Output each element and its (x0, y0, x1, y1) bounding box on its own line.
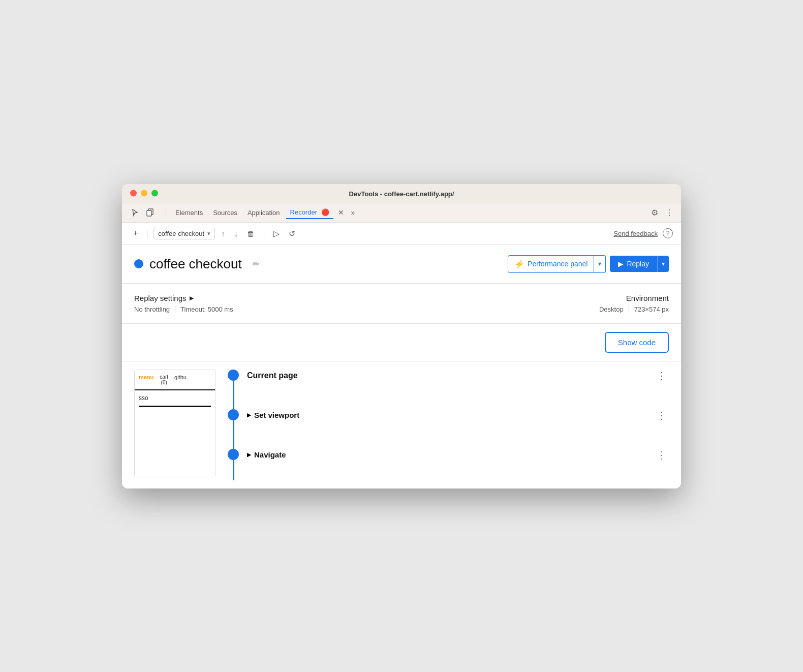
step-navigate-title: Navigate (254, 450, 286, 459)
environment-details: Desktop 723×574 px (402, 306, 669, 313)
edit-title-button[interactable]: ✏ (250, 258, 262, 270)
toolbar-right-group: Send feedback ? (613, 228, 673, 238)
step-2-more-button[interactable]: ⋮ (654, 409, 669, 421)
delete-button[interactable]: 🗑 (244, 227, 258, 240)
steps-timeline: Current page ⋮ ▶ Set viewport (228, 370, 669, 480)
header-actions: ⚡ Performance panel ▾ ▶ Replay ▾ (508, 255, 669, 273)
dropdown-chevron-icon: ▾ (207, 230, 210, 237)
step-2-dot (228, 409, 239, 420)
cursor-icon-button[interactable] (128, 207, 141, 218)
step-3-content: ▶ Navigate ⋮ (247, 449, 669, 461)
import-button[interactable]: ↓ (231, 227, 241, 240)
copy-icon-button[interactable] (143, 207, 157, 218)
step-current-page-row: Current page ⋮ (228, 370, 669, 409)
upload-icon: ↑ (221, 229, 225, 238)
copy-icon (146, 208, 154, 217)
replay-anim-icon: ↺ (289, 229, 295, 238)
replay-anim-button[interactable]: ↺ (286, 227, 298, 240)
tab-recorder[interactable]: Recorder 🔴 (286, 206, 333, 219)
performance-icon: ⚡ (514, 259, 524, 269)
settings-details: No throttling Timeout: 5000 ms (134, 306, 402, 313)
replay-dropdown-button[interactable]: ▾ (657, 256, 669, 272)
preview-content-area: sso (135, 390, 215, 441)
replay-settings-toggle[interactable]: Replay settings ▶ (134, 294, 402, 302)
more-tabs-button[interactable]: » (349, 207, 358, 218)
step-set-viewport-row: ▶ Set viewport ⋮ (228, 409, 669, 449)
devtools-window: DevTools - coffee-cart.netlify.app/ Elem… (122, 184, 681, 488)
preview-esso-text: sso (139, 394, 211, 402)
main-content: coffee checkout ✏ ⚡ Performance panel ▾ … (122, 245, 681, 488)
nav-toolbar: Elements Sources Application Recorder 🔴 … (122, 203, 681, 223)
download-icon: ↓ (234, 229, 238, 238)
more-options-button[interactable]: ⋮ (664, 206, 675, 219)
help-icon-button[interactable]: ? (663, 228, 673, 238)
step-set-viewport-title: Set viewport (254, 411, 299, 419)
recorder-icon: 🔴 (321, 208, 329, 216)
recording-name: coffee checkout (158, 230, 204, 237)
export-button[interactable]: ↑ (218, 227, 228, 240)
step-1-more-button[interactable]: ⋮ (654, 370, 669, 382)
show-code-section: Show code (122, 324, 681, 361)
settings-arrow-icon: ▶ (190, 295, 194, 301)
performance-panel-group: ⚡ Performance panel ▾ (508, 255, 606, 273)
recording-selector-dropdown[interactable]: coffee checkout ▾ (153, 228, 215, 239)
preview-menu-label: menu (139, 374, 153, 385)
traffic-lights (130, 190, 158, 197)
cursor-icon (131, 208, 139, 217)
timeout-label: Timeout: 5000 ms (180, 306, 233, 313)
replay-chevron-icon: ▾ (662, 260, 665, 267)
tab-sources[interactable]: Sources (209, 207, 241, 219)
performance-panel-button[interactable]: ⚡ Performance panel (508, 255, 594, 273)
environment-title: Environment (402, 294, 669, 302)
toolbar-right: ⚙ ⋮ (650, 206, 675, 219)
tab-elements[interactable]: Elements (171, 207, 207, 219)
step-2-expand-icon: ▶ (247, 412, 251, 418)
step-1-content: Current page ⋮ (247, 370, 669, 382)
toolbar-divider-1 (166, 208, 166, 217)
env-inline-divider (629, 306, 629, 313)
minimize-button[interactable] (141, 190, 147, 197)
gear-icon: ⚙ (651, 208, 658, 218)
preview-cart-label: cart(0) (160, 374, 168, 385)
step-3-expand-icon: ▶ (247, 451, 251, 458)
performance-panel-dropdown-button[interactable]: ▾ (594, 255, 606, 273)
step-1-connector (233, 381, 234, 409)
step-navigate-row: ▶ Navigate ⋮ (228, 449, 669, 480)
env-size-label: 723×574 px (634, 306, 669, 313)
replay-button[interactable]: ▶ Replay (610, 256, 657, 272)
settings-left: Replay settings ▶ No throttling Timeout:… (134, 294, 402, 313)
tab-application[interactable]: Application (243, 207, 284, 219)
preview-github-label: githu (174, 374, 187, 385)
settings-section: Replay settings ▶ No throttling Timeout:… (122, 284, 681, 324)
settings-icon-button[interactable]: ⚙ (650, 206, 660, 219)
svg-rect-1 (147, 210, 151, 216)
step-1-timeline (228, 370, 239, 409)
throttling-label: No throttling (134, 306, 170, 313)
send-feedback-button[interactable]: Send feedback (613, 230, 658, 237)
show-code-button[interactable]: Show code (605, 332, 669, 353)
page-preview: menu cart(0) githu sso (134, 370, 215, 476)
window-title: DevTools - coffee-cart.netlify.app/ (349, 190, 454, 198)
replay-group: ▶ Replay ▾ (610, 256, 669, 272)
recorder-toolbar: + coffee checkout ▾ ↑ ↓ 🗑 ▷ ↺ Send feedb… (122, 223, 681, 245)
close-tab-button[interactable]: ✕ (335, 207, 347, 218)
step-3-connector (233, 460, 234, 480)
step-3-timeline (228, 449, 239, 480)
preview-nav-bar: menu cart(0) githu (135, 370, 215, 390)
recording-title: coffee checkout (149, 256, 242, 272)
step-2-content: ▶ Set viewport ⋮ (247, 409, 669, 421)
steps-with-preview: menu cart(0) githu sso (134, 370, 669, 480)
pencil-icon: ✏ (253, 259, 259, 269)
settings-inline-divider (175, 306, 175, 313)
perf-chevron-icon: ▾ (598, 260, 601, 267)
close-button[interactable] (130, 190, 137, 197)
step-through-button[interactable]: ▷ (270, 227, 283, 240)
maximize-button[interactable] (151, 190, 158, 197)
recording-status-dot (134, 259, 143, 268)
add-recording-button[interactable]: + (130, 227, 141, 240)
step-3-more-button[interactable]: ⋮ (654, 449, 669, 461)
vertical-dots-icon: ⋮ (665, 208, 673, 218)
trash-icon: 🗑 (247, 229, 255, 238)
title-bar: DevTools - coffee-cart.netlify.app/ (122, 184, 681, 203)
steps-section: menu cart(0) githu sso (122, 361, 681, 488)
